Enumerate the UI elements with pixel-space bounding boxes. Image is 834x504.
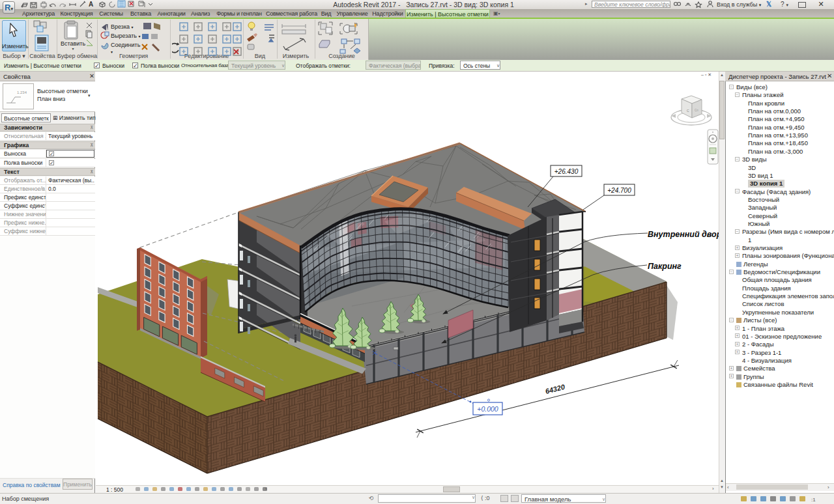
svg-text:A: A: [89, 1, 93, 8]
svg-text::1: :1: [811, 497, 816, 503]
svg-text:+0.000: +0.000: [477, 405, 498, 413]
svg-text:Внутренний двор: Внутренний двор: [648, 230, 719, 239]
svg-text:Сп: Сп: [695, 109, 698, 112]
svg-text:1.234: 1.234: [17, 91, 27, 94]
svg-text:+24.700: +24.700: [607, 187, 631, 194]
svg-text:64320: 64320: [545, 383, 566, 395]
svg-text:Пакринг: Пакринг: [648, 262, 682, 271]
svg-text:+26.430: +26.430: [554, 168, 579, 175]
svg-text:С: С: [687, 109, 689, 113]
